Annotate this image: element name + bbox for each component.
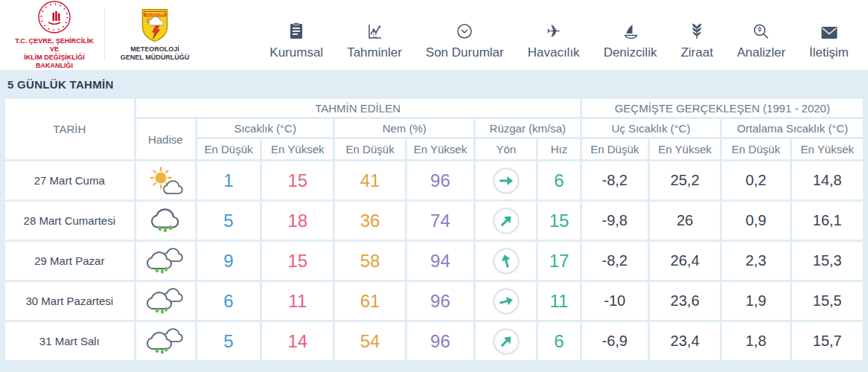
wind-direction-icon: [476, 161, 536, 199]
envelope-icon: [820, 21, 838, 40]
ministry-logo[interactable]: T.C. ÇEVRE, ŞEHİRCİLİK VE İKLİM DEĞİŞİKL…: [10, 0, 98, 70]
header-ruzgar: Rüzgar (km/sa): [476, 119, 580, 137]
circle-chevron-down-icon: [456, 21, 473, 40]
logo-divider: [104, 9, 105, 61]
hum-max: 96: [407, 161, 473, 199]
avg-min: 0,2: [722, 161, 789, 199]
avg-max: 14,8: [792, 161, 863, 199]
avg-min: 1,9: [722, 282, 789, 320]
avg-min: 0,9: [722, 202, 789, 240]
nav-item-tahminler[interactable]: Tahminler: [335, 10, 414, 60]
temp-max: 14: [262, 322, 333, 360]
wind-speed: 15: [538, 202, 579, 240]
nav-item-son-durumlar[interactable]: Son Durumlar: [414, 10, 516, 60]
header-tahmin-edilen: TAHMİN EDİLEN: [136, 99, 580, 117]
hum-min: 54: [335, 322, 404, 360]
nav-label: Havacılık: [528, 45, 580, 60]
nav-label: Son Durumlar: [426, 45, 504, 60]
wind-direction-icon: [476, 242, 536, 280]
subheader-hiz: Hız: [538, 139, 579, 159]
hum-max: 94: [407, 242, 473, 280]
mgm-shield-icon: METEOROLOJİ: [141, 8, 169, 42]
avg-min: 1,8: [722, 322, 789, 360]
header-uc-sicaklik: Uç Sıcaklık (°C): [582, 119, 721, 137]
wind-direction-icon: [476, 202, 536, 240]
header-tarih: TARİH: [5, 99, 134, 159]
ministry-emblem-icon: [37, 0, 71, 34]
chart-icon: [366, 21, 383, 40]
nav-item-kurumsal[interactable]: Kurumsal: [258, 10, 335, 60]
weather-condition-icon: [136, 282, 195, 320]
hum-max: 96: [407, 282, 473, 320]
forecast-row: 29 Mart Pazar 9 15 58 94 17 -8,2 26,4 2,…: [5, 242, 863, 280]
avg-max: 15,3: [792, 242, 863, 280]
date-label: 30 Mart Pazartesi: [5, 282, 134, 320]
wind-speed: 11: [538, 282, 579, 320]
nav-label: Tahminler: [347, 45, 402, 60]
site-header: T.C. ÇEVRE, ŞEHİRCİLİK VE İKLİM DEĞİŞİKL…: [0, 0, 868, 71]
ext-min: -6,9: [582, 322, 648, 360]
mgm-logo[interactable]: METEOROLOJİ METEOROLOJİ GENEL MÜDÜRLÜĞÜ: [111, 8, 199, 62]
nav-label: İletişim: [809, 45, 849, 60]
wheat-icon: [689, 21, 705, 40]
temp-min: 5: [197, 202, 260, 240]
forecast-row: 28 Mart Cumartesi 5 18 36 74 15 -9,8 26 …: [5, 202, 863, 240]
mgm-name-line2: GENEL MÜDÜRLÜĞÜ: [121, 54, 189, 62]
hum-min: 36: [335, 202, 404, 240]
subheader-max: En Yüksek: [262, 139, 333, 159]
hum-max: 74: [407, 202, 473, 240]
ext-max: 23,6: [650, 282, 720, 320]
nav-item-iletisim[interactable]: İletişim: [797, 10, 861, 60]
hum-min: 58: [335, 242, 404, 280]
ext-min: -9,8: [582, 202, 648, 240]
clipboard-icon: [288, 21, 304, 40]
subheader-max: En Yüksek: [650, 139, 720, 159]
nav-item-ziraat[interactable]: Ziraat: [668, 10, 724, 60]
subheader-max: En Yüksek: [407, 139, 473, 159]
subheader-min: En Düşük: [722, 139, 789, 159]
hum-min: 41: [335, 161, 404, 199]
subheader-min: En Düşük: [335, 139, 404, 159]
ministry-name-line1: T.C. ÇEVRE, ŞEHİRCİLİK VE: [10, 37, 98, 54]
nav-label: Kurumsal: [269, 45, 323, 60]
header-sicaklik: Sıcaklık (°C): [197, 119, 334, 137]
nav-label: Analizler: [737, 45, 785, 60]
date-label: 27 Mart Cuma: [5, 161, 134, 199]
subheader-yon: Yön: [476, 139, 536, 159]
ministry-name-line2: İKLİM DEĞİŞİKLİĞİ BAKANLIĞI: [10, 54, 98, 70]
forecast-table: TARİH TAHMİN EDİLEN GEÇMİŞTE GERÇEKLEŞEN…: [3, 97, 865, 362]
nav-item-analizler[interactable]: Analizler: [725, 10, 797, 60]
ext-min: -10: [582, 282, 648, 320]
main-nav: Kurumsal Tahminler: [258, 10, 861, 60]
date-label: 29 Mart Pazar: [5, 242, 134, 280]
nav-item-havacilik[interactable]: ✈ Havacılık: [516, 10, 592, 60]
forecast-row: 27 Mart Cuma 1 15 41 96 6 -8,2 25,2 0,2 …: [5, 161, 863, 199]
nav-label: Denizcilik: [604, 45, 657, 60]
ext-max: 26,4: [650, 242, 720, 280]
forecast-row: 30 Mart Pazartesi 6 11 61 96 11 -10 23,6…: [5, 282, 863, 320]
mgm-name-line1: METEOROLOJİ: [121, 45, 189, 54]
ext-max: 25,2: [650, 161, 720, 199]
avg-max: 15,7: [792, 322, 863, 360]
page-title: 5 GÜNLÜK TAHMİN: [0, 71, 868, 97]
temp-max: 15: [262, 242, 333, 280]
date-label: 31 Mart Salı: [5, 322, 134, 360]
nav-item-denizcilik[interactable]: Denizcilik: [592, 10, 669, 60]
weather-condition-icon: [136, 202, 195, 240]
plane-icon: ✈: [546, 21, 561, 40]
date-label: 28 Mart Cumartesi: [5, 202, 134, 240]
subheader-min: En Düşük: [582, 139, 648, 159]
wind-direction-icon: [476, 282, 536, 320]
svg-text:METEOROLOJİ: METEOROLOJİ: [144, 13, 167, 16]
wind-direction-icon: [476, 322, 536, 360]
wind-speed: 17: [538, 242, 579, 280]
ext-min: -8,2: [582, 161, 648, 199]
temp-min: 1: [197, 161, 260, 199]
header-hadise: Hadise: [136, 119, 195, 159]
content-area: 5 GÜNLÜK TAHMİN TARİH TAHMİN EDİLEN GEÇM…: [0, 71, 868, 372]
weather-condition-icon: [136, 161, 195, 199]
header-ortalama-sicaklik: Ortalama Sıcaklık (°C): [722, 119, 863, 137]
header-gecmiste-gerceklesen: GEÇMİŞTE GERÇEKLEŞEN (1991 - 2020): [582, 99, 863, 117]
avg-max: 15,5: [792, 282, 863, 320]
avg-max: 16,1: [792, 202, 863, 240]
